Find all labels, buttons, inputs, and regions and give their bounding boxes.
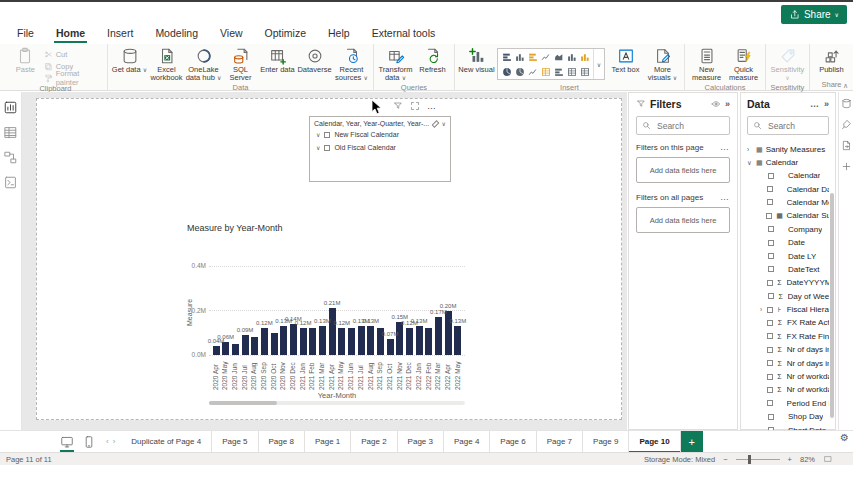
view-switcher-item[interactable] [3, 125, 19, 141]
field-checkbox[interactable] [767, 199, 773, 205]
data-table-row[interactable]: › ▦ Sanity Measures [747, 143, 829, 156]
field-checkbox[interactable] [767, 307, 773, 313]
ribbon-tab[interactable]: Home [45, 23, 96, 44]
ribbon-button[interactable]: Recent sources ∨ [333, 45, 370, 83]
slicer-checkbox[interactable] [324, 132, 330, 138]
ribbon-button[interactable]: SQL Server ∨ [222, 45, 259, 83]
bar-chart-visual[interactable]: Measure by Year-Month Measure 0.4M 0.2M … [183, 217, 471, 409]
report-canvas[interactable]: … Calendar, Year, Year-Quarter, Year-...… [22, 92, 627, 430]
view-switcher-item[interactable] [3, 100, 19, 116]
pane-switcher-item[interactable] [841, 119, 852, 130]
data-field-row[interactable]: Σ Nr of days in fi... [747, 356, 829, 369]
more-options-icon[interactable]: … [427, 104, 437, 108]
data-field-row[interactable]: Σ FX Rate Finance [747, 330, 829, 343]
visual-type-button[interactable] [540, 66, 551, 77]
data-field-row[interactable]: Calendar Day ... [747, 182, 829, 195]
data-search-input[interactable] [766, 120, 823, 132]
slicer-item[interactable]: ∨ Old Fiscal Calendar [314, 142, 446, 153]
publish-button[interactable]: Publish [813, 45, 850, 74]
page-tab[interactable]: Page 8 [259, 431, 305, 453]
ribbon-button[interactable]: Quick measure [725, 45, 762, 83]
ribbon-button[interactable]: Get data ∨ [111, 45, 148, 74]
expand-chevron-icon[interactable]: › [747, 146, 753, 153]
field-checkbox[interactable] [767, 347, 773, 353]
pane-switcher-item[interactable] [841, 140, 852, 151]
next-page-arrow[interactable]: › [113, 437, 116, 446]
data-field-row[interactable]: Date LY [747, 249, 829, 262]
visual-type-button[interactable] [514, 51, 525, 62]
ribbon-button[interactable]: New measure [688, 45, 725, 83]
data-field-row[interactable]: DateText [747, 263, 829, 276]
data-field-row[interactable]: Σ Nr of workdays... [747, 370, 829, 383]
pane-switcher-item[interactable] [841, 161, 852, 172]
visual-type-button[interactable] [566, 66, 577, 77]
visual-type-button[interactable] [540, 51, 551, 62]
data-field-row[interactable]: Shop Day [747, 410, 829, 423]
bar[interactable]: 0.12M [300, 328, 307, 355]
filter-dropzone[interactable]: Add data fields here [636, 157, 730, 183]
page-tab[interactable]: Page 7 [537, 431, 583, 453]
bar[interactable]: 0.13M [416, 326, 423, 355]
expand-chevron-icon[interactable]: ∨ [316, 131, 320, 138]
zoom-in-button[interactable]: + [788, 455, 792, 464]
field-checkbox[interactable] [768, 293, 774, 299]
field-checkbox[interactable] [767, 320, 773, 326]
bar[interactable] [425, 328, 432, 355]
bar[interactable]: 0.13M [319, 326, 326, 355]
field-checkbox[interactable] [767, 374, 773, 380]
ribbon-button[interactable]: OneLake data hub ∨ [185, 45, 222, 83]
slicer-visual[interactable]: Calendar, Year, Year-Quarter, Year-... ∨… [309, 116, 451, 182]
data-field-row[interactable]: Σ FX Rate Actual [747, 316, 829, 329]
field-checkbox[interactable] [768, 266, 774, 272]
focus-mode-icon[interactable] [410, 101, 420, 111]
zoom-slider-thumb[interactable] [748, 455, 751, 464]
paste-button[interactable]: Paste [7, 45, 44, 74]
bar[interactable]: 0.13M [367, 326, 374, 355]
bar[interactable]: 0.12M [406, 328, 413, 355]
ribbon-button[interactable]: Enter data ∨ [259, 45, 296, 74]
visual-type-button[interactable] [553, 51, 564, 62]
ribbon-button[interactable]: Transform data ∨ [377, 45, 414, 83]
ribbon-tab[interactable]: Optimize [254, 23, 317, 44]
filters-search-input[interactable] [655, 120, 724, 132]
data-field-row[interactable]: › ⊦ Fiscal Hierarchy [747, 303, 829, 316]
ribbon-tab[interactable]: Help [317, 23, 361, 44]
bar[interactable]: 0.12M [338, 328, 345, 355]
visual-type-button[interactable] [501, 66, 512, 77]
scrollbar-thumb[interactable] [209, 401, 277, 405]
desktop-layout-button[interactable] [60, 435, 74, 449]
field-checkbox[interactable] [768, 414, 774, 420]
bar[interactable]: 0.07M [387, 339, 394, 355]
ribbon-button[interactable]: More visuals ∨ [644, 45, 681, 83]
page-tab[interactable]: Page 3 [398, 431, 444, 453]
data-field-row[interactable]: Period End Date [747, 397, 829, 410]
gallery-expand-button[interactable]: ∨ [593, 49, 604, 79]
filter-icon[interactable] [393, 101, 403, 111]
data-field-row[interactable]: Σ Nr of workdays... [747, 383, 829, 396]
field-checkbox[interactable] [767, 387, 773, 393]
bar[interactable]: 0.12M [261, 328, 268, 355]
visual-type-button[interactable] [579, 66, 590, 77]
clipboard-small-button[interactable]: Cut [44, 48, 104, 60]
share-button[interactable]: Share ∨ [781, 5, 847, 24]
bar[interactable] [309, 328, 316, 355]
add-page-button[interactable]: + [681, 431, 703, 453]
ribbon-tab[interactable]: File [6, 23, 45, 44]
zoom-out-button[interactable]: − [723, 455, 727, 464]
data-field-row[interactable]: Σ Day of Week [747, 290, 829, 303]
expand-chevron-icon[interactable]: › [760, 306, 764, 313]
field-checkbox[interactable] [767, 186, 773, 192]
visual-type-button[interactable] [527, 66, 538, 77]
zoom-slider[interactable] [736, 459, 780, 460]
bar[interactable]: 0.04M [213, 346, 220, 355]
bar[interactable]: 0.13M [280, 326, 287, 355]
chart-horizontal-scrollbar[interactable] [209, 401, 465, 405]
field-checkbox[interactable] [766, 213, 772, 219]
data-pane-scrollbar[interactable] [830, 193, 834, 418]
data-field-row[interactable]: ▦ Calendar Subtitle [747, 209, 829, 222]
field-checkbox[interactable] [767, 400, 773, 406]
field-checkbox[interactable] [767, 333, 773, 339]
bar[interactable]: 0.21M [329, 308, 336, 355]
eye-icon[interactable] [711, 99, 721, 109]
visual-type-button[interactable] [566, 51, 577, 62]
